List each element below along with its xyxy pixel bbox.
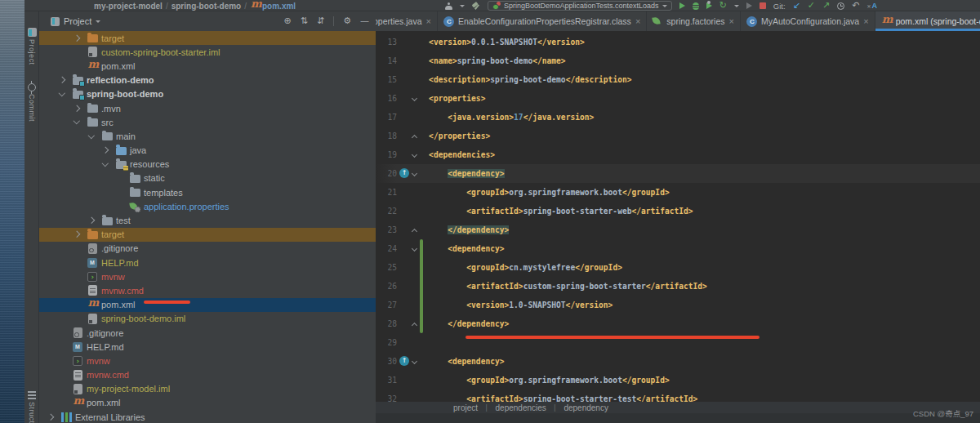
code-line-25[interactable]: 25 <groupId>cn.mystylefree</groupId>: [376, 258, 980, 277]
chevron-down-icon[interactable]: [96, 20, 100, 23]
code-line-30[interactable]: 30↑ <dependency>: [376, 352, 980, 371]
dependency-navigate-icon[interactable]: ↑: [399, 356, 409, 366]
tree-item-target[interactable]: target: [39, 31, 376, 45]
breadcrumb-item-project[interactable]: project: [453, 403, 478, 412]
code-line-32[interactable]: 32 <artifactId>spring-boot-starter-test<…: [376, 390, 980, 402]
tree-expand-chevron[interactable]: [85, 136, 98, 138]
tree-item-target[interactable]: target: [39, 228, 376, 242]
translate-icon[interactable]: A: [867, 2, 878, 11]
tree-expand-chevron[interactable]: [99, 148, 112, 153]
tree-item-pom.xml[interactable]: pom.xml: [39, 59, 376, 73]
tree-item-mvnw[interactable]: mvnw: [39, 354, 376, 367]
run-with-coverage-button[interactable]: [706, 2, 712, 9]
git-update-button[interactable]: ↙: [793, 1, 800, 11]
locate-icon[interactable]: ⊕: [283, 16, 291, 26]
code-line-31[interactable]: 31 <groupId>org.springframework.boot</gr…: [376, 371, 980, 390]
tree-item-.mvn[interactable]: .mvn: [39, 101, 376, 115]
history-clock-icon[interactable]: [837, 2, 844, 10]
code-line-22[interactable]: 22 <artifactId>spring-boot-starter-web</…: [376, 202, 980, 220]
tree-item-external-libraries[interactable]: External Libraries: [39, 410, 376, 423]
tree-item-pom.xml[interactable]: pom.xml: [39, 396, 376, 410]
hide-icon[interactable]: —: [360, 16, 369, 26]
run-configuration-select[interactable]: SpringBootDemoApplicationTests.contextLo…: [488, 1, 672, 11]
breadcrumb-item-dependencies[interactable]: dependencies: [496, 403, 546, 412]
tree-item-pom.xml[interactable]: pom.xml: [39, 298, 376, 312]
code-line-17[interactable]: 17 <java.version>17</java.version>: [376, 108, 980, 127]
tree-item-.gitignore[interactable]: .gitignore: [39, 326, 376, 340]
code-editor[interactable]: 13 <version>0.0.1-SNAPSHOT</version>14 <…: [376, 31, 980, 402]
tree-item-test[interactable]: test: [39, 213, 376, 227]
close-icon[interactable]: ×: [863, 17, 868, 25]
sidebar-item-commit[interactable]: Commit: [24, 83, 39, 122]
settings-icon[interactable]: ⚙: [343, 16, 351, 26]
code-line-14[interactable]: 14 <name>spring-boot-demo</name>: [376, 51, 980, 70]
collapse-all-icon[interactable]: ⇵: [317, 16, 324, 26]
editor-tab-myautoconfiguration.java[interactable]: MyAutoConfiguration.java×: [741, 11, 875, 31]
tree-expand-chevron[interactable]: [99, 163, 112, 166]
tree-item-.gitignore[interactable]: .gitignore: [39, 242, 376, 256]
code-line-27[interactable]: 27 <version>1.0-SNAPSHOT</version>: [376, 296, 980, 314]
editor-tab-rsonproperties.java[interactable]: rsonProperties.java×: [376, 11, 438, 31]
editor-tab-spring.factories[interactable]: spring.factories×: [647, 11, 741, 31]
editor-tab-pom.xml[interactable]: pom.xml (spring-boot-demo)×: [875, 11, 980, 31]
tree-item-help.md[interactable]: HELP.md: [39, 256, 376, 269]
rerun-button[interactable]: ↻: [719, 1, 727, 11]
tree-item-src[interactable]: src: [39, 115, 376, 129]
tree-expand-chevron[interactable]: [70, 36, 83, 41]
tree-expand-chevron[interactable]: [56, 93, 69, 96]
tree-item-spring-boot-demo.iml[interactable]: spring-boot-demo.iml: [39, 312, 376, 326]
git-commit-button[interactable]: ✓: [808, 1, 815, 11]
tree-expand-chevron[interactable]: [56, 78, 69, 82]
tree-item-static[interactable]: static: [39, 171, 376, 185]
undo-button[interactable]: ↶: [852, 1, 859, 11]
code-line-18[interactable]: 18 </properties>: [376, 127, 980, 145]
tree-item-java[interactable]: java: [39, 144, 376, 158]
code-line-13[interactable]: 13 <version>0.0.1-SNAPSHOT</version>: [376, 33, 980, 51]
debug-button[interactable]: [693, 2, 699, 10]
chevron-down-icon[interactable]: [460, 5, 465, 7]
code-line-23[interactable]: 23 </dependency>: [376, 220, 980, 239]
code-line-26[interactable]: 26 <artifactId>custom-spring-boot-starte…: [376, 277, 980, 296]
tree-item-application.properties[interactable]: application.properties: [39, 199, 376, 213]
tree-expand-chevron[interactable]: [85, 218, 98, 223]
tree-item-main[interactable]: main: [39, 129, 376, 143]
git-push-button[interactable]: ↗: [822, 1, 830, 11]
breadcrumb-item[interactable]: my-project-model: [94, 2, 163, 11]
sidebar-item-project[interactable]: Project: [24, 28, 39, 65]
tree-item-mvnw[interactable]: mvnw: [39, 269, 376, 283]
code-line-16[interactable]: 16 <properties>: [376, 89, 980, 108]
tree-item-custom-spring-boot-starter.iml[interactable]: custom-spring-boot-starter.iml: [39, 45, 376, 59]
code-line-20[interactable]: 20↑ <dependency>: [376, 164, 980, 183]
tree-item-help.md[interactable]: HELP.md: [39, 340, 376, 354]
run-button[interactable]: [679, 2, 685, 9]
tree-expand-chevron[interactable]: [44, 415, 57, 420]
tree-expand-chevron[interactable]: [70, 232, 83, 237]
tree-item-mvnw.cmd[interactable]: mvnw.cmd: [39, 368, 376, 382]
code-line-21[interactable]: 21 <groupId>org.springframework.boot</gr…: [376, 183, 980, 202]
build-hammer-icon[interactable]: [472, 2, 480, 10]
user-avatar-icon[interactable]: [445, 2, 452, 10]
expand-all-icon[interactable]: ⇅: [301, 16, 308, 26]
close-icon[interactable]: ×: [635, 17, 640, 25]
tree-item-templates[interactable]: templates: [39, 185, 376, 199]
tree-item-reflection-demo[interactable]: reflection-demo: [39, 73, 376, 87]
close-icon[interactable]: ×: [729, 17, 734, 25]
chevron-down-icon[interactable]: [662, 5, 667, 7]
chevron-down-icon[interactable]: [734, 5, 739, 7]
code-line-28[interactable]: 28 </dependency>: [376, 314, 980, 333]
code-line-19[interactable]: 19 <dependencies>: [376, 145, 980, 164]
tree-expand-chevron[interactable]: [70, 121, 83, 123]
breadcrumb-item-dependency[interactable]: dependency: [564, 403, 608, 412]
stop-button[interactable]: [760, 2, 766, 9]
tree-item-mvnw.cmd[interactable]: mvnw.cmd: [39, 283, 376, 297]
breadcrumb-item[interactable]: spring-boot-demo: [172, 2, 242, 11]
breadcrumb-current-file[interactable]: pom.xml: [250, 1, 296, 11]
code-line-24[interactable]: 24 <dependency>: [376, 239, 980, 258]
tree-item-spring-boot-demo[interactable]: spring-boot-demo: [39, 87, 376, 101]
tree-item-my-project-model.iml[interactable]: my-project-model.iml: [39, 382, 376, 396]
editor-tab-enableconfigurationpropertiesregistrar.class[interactable]: EnableConfigurationPropertiesRegistrar.c…: [438, 11, 647, 31]
tree-expand-chevron[interactable]: [70, 106, 83, 111]
close-icon[interactable]: ×: [426, 17, 431, 25]
dependency-navigate-icon[interactable]: ↑: [399, 168, 409, 178]
tree-item-resources[interactable]: resources: [39, 158, 376, 171]
